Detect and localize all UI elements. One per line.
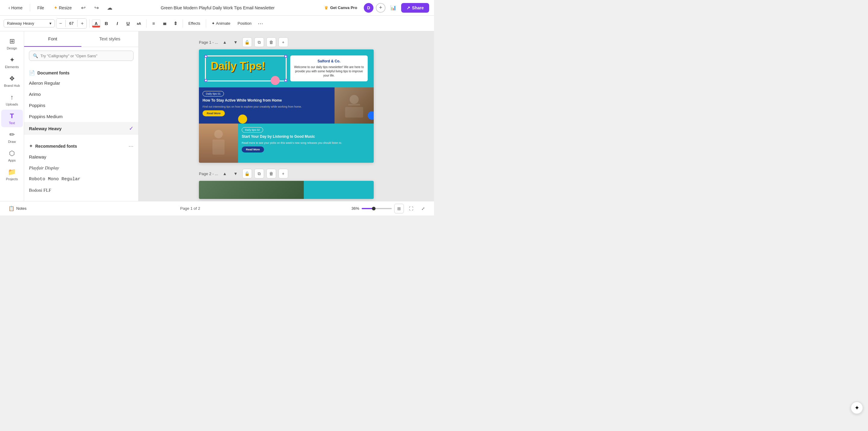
zoom-slider[interactable] [362, 208, 392, 209]
page2-duplicate-button[interactable]: ⧉ [254, 169, 264, 178]
sidebar-item-elements[interactable]: ✦ Elements [1, 54, 23, 71]
page1-label: Page 1 - ... [199, 40, 218, 44]
sidebar-item-text[interactable]: T Text [1, 110, 23, 127]
bold-button[interactable]: B [101, 19, 111, 28]
sidebar-item-projects[interactable]: 📁 Projects [1, 166, 23, 183]
salford-title: Salford & Co. [294, 59, 364, 63]
sidebar-item-brand-hub[interactable]: ❖ Brand Hub [1, 72, 23, 90]
text-color-picker[interactable]: A [92, 19, 100, 28]
sidebar-label-brand-hub: Brand Hub [4, 84, 20, 87]
page2-teal-area [304, 181, 374, 199]
analytics-button[interactable]: 📊 [388, 2, 399, 13]
deco-circle-pink [271, 76, 280, 85]
file-button[interactable]: File [34, 4, 48, 12]
save-cloud-button[interactable]: ☁ [104, 2, 115, 13]
page2-lock-button[interactable]: 🔒 [242, 169, 252, 178]
zoom-level: 36% [351, 206, 359, 211]
handle-tl [204, 55, 207, 58]
animate-button[interactable]: ✦ Animate [209, 19, 234, 27]
font-name-roboto-mono: Roboto Mono Regular [29, 177, 81, 182]
document-icon: 📄 [29, 70, 35, 75]
tip1-title: How To Stay Active While Working from Ho… [203, 98, 331, 103]
color-letter: A [95, 22, 98, 26]
page2-container: Page 2 - ... ▲ ▼ 🔒 ⧉ 🗑 + [199, 169, 374, 199]
align-button[interactable]: ≡ [149, 19, 158, 28]
top-bar: ‹ Home File ✦ Resize ↩ ↪ ☁ Green Blue Mo… [0, 0, 434, 16]
page1-collapse-button[interactable]: ▲ [221, 38, 229, 47]
get-pro-button[interactable]: ♛ Get Canva Pro [320, 3, 361, 12]
font-selector[interactable]: Raleway Heavy ▾ [4, 19, 55, 27]
get-pro-label: Get Canva Pro [330, 5, 357, 10]
page2-delete-button[interactable]: 🗑 [267, 169, 276, 178]
list-button[interactable]: ≣ [160, 19, 169, 28]
font-search-input[interactable] [40, 54, 130, 58]
page2-expand-button[interactable]: ▼ [231, 170, 240, 178]
resize-button[interactable]: ✦ Resize [50, 3, 75, 12]
sidebar-icons: ⊞ Design ✦ Elements ❖ Brand Hub ↑ Upload… [0, 31, 24, 201]
position-button[interactable]: Position [235, 19, 254, 27]
font-name-raleway: Raleway [29, 154, 46, 159]
spacing-button[interactable]: ⇕ [170, 19, 180, 28]
sidebar-label-elements: Elements [5, 65, 19, 69]
page1-expand-button[interactable]: ▼ [231, 38, 240, 47]
deco-circle-blue [368, 111, 374, 120]
underline-button[interactable]: U [123, 19, 133, 28]
font-item-raleway[interactable]: Raleway [24, 151, 138, 162]
tab-font[interactable]: Font [24, 31, 82, 47]
font-item-poppins-medium[interactable]: Poppins Medium [24, 111, 138, 122]
sidebar-item-apps[interactable]: ⬡ Apps [1, 147, 23, 164]
font-item-raleway-heavy[interactable]: Raleway Heavy ✓ [24, 122, 138, 135]
tip2-body: Read more to see your picks on this week… [242, 141, 370, 145]
deco-circle-yellow [238, 115, 247, 124]
upload-font-row[interactable]: Upload a font ♛ LEARN MORE [24, 198, 138, 201]
fullscreen-button[interactable]: ⛶ [406, 204, 416, 213]
divider [183, 19, 183, 28]
notes-button[interactable]: 📋 Notes [6, 204, 29, 213]
font-item-playfair[interactable]: Playfair Display [24, 162, 138, 174]
add-collaborator-button[interactable]: + [376, 3, 385, 13]
font-item-bodoni[interactable]: Bodoni FLF [24, 185, 138, 196]
share-button[interactable]: ↗ Share [401, 3, 429, 13]
tip2-title: Start Your Day by Listening to Good Musi… [242, 134, 370, 139]
case-button[interactable]: aA [134, 19, 144, 28]
home-label: Home [11, 5, 22, 10]
tab-text-styles[interactable]: Text styles [82, 31, 138, 47]
font-size-input[interactable] [65, 20, 78, 27]
elements-icon: ✦ [9, 56, 15, 64]
page1-lock-button[interactable]: 🔒 [242, 37, 252, 47]
font-item-arimo[interactable]: Arimo [24, 89, 138, 100]
page1-duplicate-button[interactable]: ⧉ [254, 37, 264, 47]
italic-button[interactable]: I [113, 19, 122, 28]
font-name-aileron: Aileron Regular [29, 81, 60, 86]
page1-canvas: Daily Tips! Salford & Co. Welcome to our… [199, 50, 374, 163]
formatting-toolbar: Raleway Heavy ▾ − + A B I U aA ≡ ≣ ⇕ Eff… [0, 16, 434, 31]
font-item-poppins[interactable]: Poppins [24, 100, 138, 111]
font-item-aileron[interactable]: Aileron Regular [24, 78, 138, 89]
page1-add-button[interactable]: + [278, 37, 288, 47]
page1-container: Page 1 - ... ▲ ▼ 🔒 ⧉ 🗑 + [199, 37, 374, 163]
sidebar-item-uploads[interactable]: ↑ Uploads [1, 91, 23, 109]
decrease-size-button[interactable]: − [56, 19, 65, 28]
sidebar-item-draw[interactable]: ✏ Draw [1, 128, 23, 146]
exit-fullscreen-button[interactable]: ⤢ [418, 204, 428, 213]
undo-button[interactable]: ↩ [78, 2, 89, 13]
sidebar-label-apps: Apps [8, 158, 16, 162]
effects-button[interactable]: Effects [185, 19, 204, 27]
more-options-button[interactable]: ⋯ [255, 19, 265, 28]
tip1-read-more-button[interactable]: Read More [203, 110, 225, 116]
grid-view-button[interactable]: ⊞ [394, 204, 404, 213]
redo-button[interactable]: ↪ [91, 2, 102, 13]
page2-add-button[interactable]: + [278, 169, 288, 178]
font-size-control: − + [56, 19, 87, 29]
more-options-icon[interactable]: ··· [128, 143, 133, 150]
font-item-roboto-mono[interactable]: Roboto Mono Regular [24, 174, 138, 185]
page1-delete-button[interactable]: 🗑 [267, 37, 276, 47]
sidebar-item-design[interactable]: ⊞ Design [1, 35, 23, 53]
design-icon: ⊞ [9, 37, 15, 45]
avatar[interactable]: D [364, 3, 373, 13]
page2-collapse-button[interactable]: ▲ [221, 170, 229, 178]
home-button[interactable]: ‹ Home [5, 3, 26, 12]
increase-size-button[interactable]: + [78, 19, 87, 28]
font-name-display: Raleway Heavy [7, 21, 34, 26]
tip2-read-more-button[interactable]: Read More [242, 147, 264, 153]
